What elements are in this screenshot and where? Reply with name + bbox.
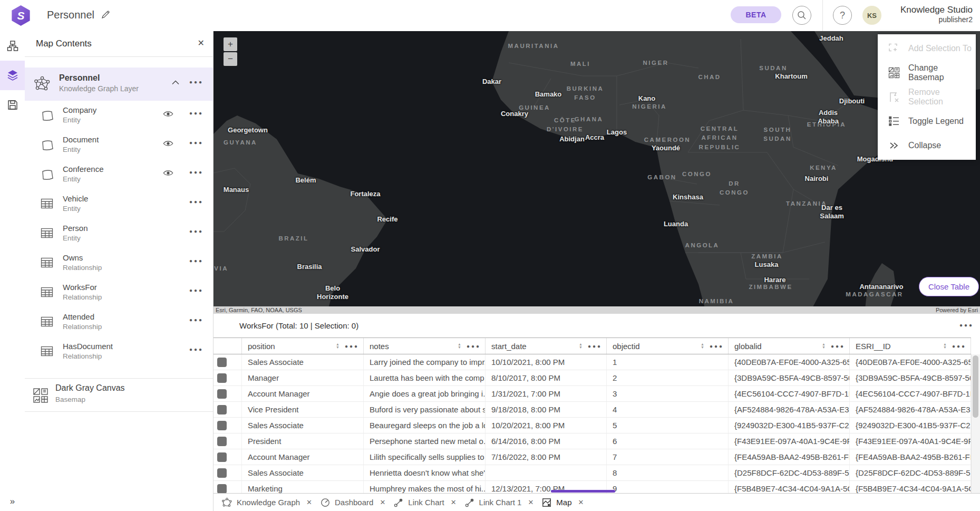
table-row[interactable]: Sales AssociateLarry joined the company … [214, 354, 971, 370]
table-row[interactable]: ManagerLauretta has been with the comp..… [214, 370, 971, 386]
row-checkbox[interactable] [217, 437, 227, 446]
sort-icon[interactable]: ▲▼ [579, 343, 583, 349]
sort-icon[interactable]: ▲▼ [458, 343, 461, 349]
cell-position: Sales Associate [242, 465, 364, 480]
basemap-row[interactable]: Dark Gray Canvas Basemap [25, 379, 213, 412]
layer-row-attended[interactable]: AttendedRelationship●●● [25, 307, 213, 337]
sort-icon[interactable]: ▲▼ [943, 343, 947, 349]
close-tab-icon[interactable]: ✕ [306, 498, 312, 506]
table-row[interactable]: PresidentPersephone started new metal o.… [214, 433, 971, 449]
close-tab-icon[interactable]: ✕ [578, 498, 584, 506]
menu-item-toggle-legend[interactable]: Toggle Legend [878, 109, 976, 133]
column-options-icon[interactable]: ●●● [467, 343, 481, 349]
table-row[interactable]: Sales AssociateHenrietta doesn't know wh… [214, 465, 971, 481]
zoom-in-button[interactable]: + [224, 37, 237, 51]
layer-options-icon[interactable]: ●●● [189, 317, 203, 323]
rail-item-save[interactable] [0, 90, 25, 120]
table-row[interactable]: Sales AssociateBeauregard sleeps on the … [214, 418, 971, 433]
layer-row-owns[interactable]: OwnsRelationship●●● [25, 248, 213, 278]
layer-options-icon[interactable]: ●●● [189, 140, 203, 146]
close-table-button[interactable]: Close Table [919, 277, 979, 296]
table-horizontal-scrollbar[interactable] [551, 490, 615, 493]
sort-icon[interactable]: ▲▼ [701, 343, 704, 349]
column-header-position[interactable]: position▲▼●●● [242, 338, 364, 354]
row-checkbox[interactable] [217, 468, 227, 478]
sort-icon[interactable]: ▲▼ [336, 343, 339, 349]
cell-globalid: {AF524884-9826-478A-A53A-E3... [729, 402, 850, 417]
layer-options-icon[interactable]: ●●● [189, 110, 203, 116]
table-layer-icon [41, 346, 53, 356]
tab-map[interactable]: Map✕ [542, 498, 584, 507]
basemap-land [214, 31, 980, 314]
layer-row-worksfor[interactable]: WorksForRelationship●●● [25, 278, 213, 307]
layer-options-icon[interactable]: ●●● [189, 258, 203, 264]
layer-options-icon[interactable]: ●●● [189, 199, 203, 205]
column-options-icon[interactable]: ●●● [588, 343, 602, 349]
search-button[interactable] [792, 6, 811, 25]
layer-row-company[interactable]: CompanyEntity●●● [25, 101, 213, 130]
layer-options-icon[interactable]: ●●● [189, 169, 203, 175]
row-checkbox[interactable] [217, 358, 227, 367]
close-panel-icon[interactable]: ✕ [198, 38, 205, 48]
layer-options-icon[interactable]: ●●● [189, 287, 203, 293]
knowledge-graph-layer-header[interactable]: Personnel Knowledge Graph Layer ●●● [25, 68, 213, 101]
map-view[interactable]: MAURITANIAMALINIGERSUDANCHADBURKINA FASO… [214, 31, 980, 314]
table-options-icon[interactable]: ●●● [959, 322, 974, 328]
menu-item-collapse[interactable]: Collapse [878, 133, 976, 158]
city-label: Accra [585, 133, 604, 142]
cell-start_date: 10/20/2021, 8:00 PM [486, 418, 607, 433]
column-options-icon[interactable]: ●●● [345, 343, 359, 349]
layer-group-options-icon[interactable]: ●●● [189, 79, 203, 85]
column-options-icon[interactable]: ●●● [952, 343, 966, 349]
sort-icon[interactable]: ▲▼ [822, 343, 826, 349]
cell-start_date: 1/31/2021, 7:00 PM [486, 386, 607, 401]
zoom-out-button[interactable]: − [224, 52, 237, 66]
rail-item-layers[interactable] [0, 61, 25, 90]
row-checkbox[interactable] [217, 373, 227, 383]
column-header-objectid[interactable]: objectid▲▼●●● [607, 338, 729, 354]
column-header-start_date[interactable]: start_date▲▼●●● [486, 338, 607, 354]
layer-row-person[interactable]: PersonEntity●●● [25, 219, 213, 248]
rail-item-hierarchy[interactable] [0, 31, 25, 61]
layer-row-conference[interactable]: ConferenceEntity●●● [25, 160, 213, 189]
table-vertical-scrollbar[interactable] [971, 354, 980, 493]
row-checkbox[interactable] [217, 452, 227, 462]
close-tab-icon[interactable]: ✕ [528, 498, 533, 506]
row-checkbox[interactable] [217, 421, 227, 430]
tab-knowledge-graph[interactable]: Knowledge Graph✕ [222, 497, 312, 507]
row-checkbox[interactable] [217, 405, 227, 414]
column-header-ESRI__ID[interactable]: ESRI__ID▲▼●●● [850, 338, 971, 354]
layer-row-hasdocument[interactable]: HasDocumentRelationship●●● [25, 337, 213, 367]
edit-title-icon[interactable] [100, 9, 111, 20]
layer-options-icon[interactable]: ●●● [189, 228, 203, 234]
user-avatar[interactable]: KS [862, 6, 881, 25]
tab-link-chart[interactable]: Link Chart✕ [394, 498, 456, 507]
column-options-icon[interactable]: ●●● [710, 343, 724, 349]
table-row[interactable]: Account ManagerAngie does a great job br… [214, 386, 971, 402]
close-tab-icon[interactable]: ✕ [451, 498, 457, 506]
chevron-up-icon[interactable] [172, 80, 179, 85]
app-logo-icon[interactable]: S [11, 5, 31, 26]
column-header-notes[interactable]: notes▲▼●●● [364, 338, 486, 354]
expand-rail-button[interactable]: » [0, 496, 25, 507]
column-label: start_date [491, 342, 579, 351]
help-button[interactable]: ? [833, 6, 852, 25]
row-checkbox[interactable] [217, 484, 227, 493]
column-options-icon[interactable]: ●●● [831, 343, 845, 349]
close-tab-icon[interactable]: ✕ [380, 498, 385, 506]
column-header-globalid[interactable]: globalid▲▼●●● [729, 338, 850, 354]
tab-dashboard[interactable]: Dashboard✕ [321, 498, 385, 507]
visibility-eye-icon[interactable] [163, 110, 173, 118]
layer-row-document[interactable]: DocumentEntity●●● [25, 130, 213, 160]
layer-row-vehicle[interactable]: VehicleEntity●●● [25, 189, 213, 219]
visibility-eye-icon[interactable] [163, 140, 173, 147]
visibility-eye-icon[interactable] [163, 169, 173, 177]
row-checkbox[interactable] [217, 389, 227, 399]
user-block[interactable]: Knowledge Studio publisher2 [900, 4, 973, 25]
table-row[interactable]: Vice PresidentBuford is very passionate … [214, 402, 971, 418]
menu-item-change-basemap[interactable]: Change Basemap [878, 61, 976, 85]
country-label: NAMIBIA [699, 297, 734, 306]
table-row[interactable]: Account ManagerLilith specifically sells… [214, 449, 971, 465]
tab-link-chart-1[interactable]: Link Chart 1✕ [465, 498, 534, 507]
layer-options-icon[interactable]: ●●● [189, 346, 203, 352]
